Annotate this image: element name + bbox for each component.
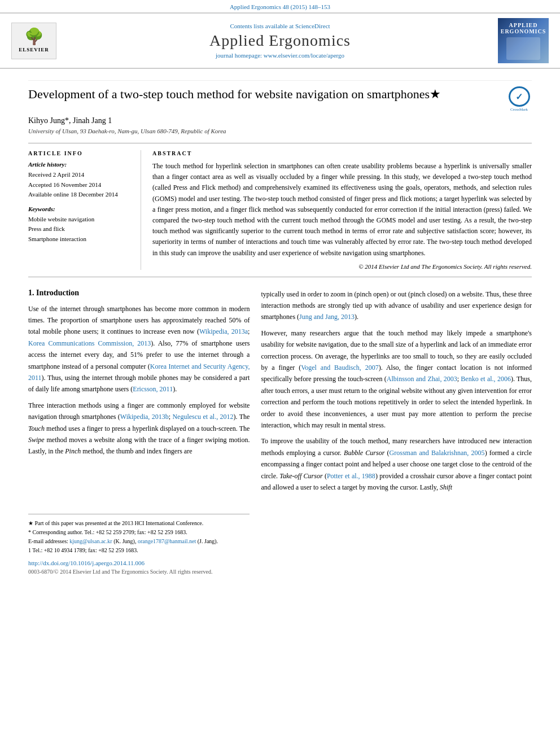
crossmark-badge: ✓ CrossMark — [506, 86, 532, 112]
footnote-1: 1 Tel.: +82 10 4934 1789; fax: +82 52 25… — [28, 546, 250, 555]
homepage-prefix: journal homepage: — [216, 52, 264, 59]
link-korea-comm[interactable]: Korea Communications Commission, 2013 — [28, 339, 151, 347]
abstract-heading: ABSTRACT — [152, 150, 532, 156]
link-korea-internet[interactable]: Korea Internet and Security Agency, 2011 — [28, 362, 250, 382]
issn-text: 0003-6870/© 2014 Elsevier Ltd and The Er… — [28, 569, 250, 575]
contents-available-text: Contents lists available at — [230, 23, 295, 29]
doi-link: http://dx.doi.org/10.1016/j.apergo.2014.… — [28, 560, 250, 566]
link-jung-jang[interactable]: Jung and Jang, 2013 — [299, 313, 355, 321]
email-label: E-mail addresses: — [28, 538, 68, 544]
abstract-text: The touch method for hyperlink selection… — [152, 161, 532, 259]
link-negulescu[interactable]: Negulescu et al., 2012 — [172, 413, 233, 421]
email-jung-name: (K. Jung), — [113, 538, 138, 544]
intro-heading: 1. Introduction — [28, 289, 250, 298]
link-wikipedia-2013b[interactable]: Wikipedia, 2013b — [120, 413, 169, 421]
footnote-divider — [28, 514, 250, 514]
journal-reference-bar: Applied Ergonomics 48 (2015) 148–153 — [0, 0, 560, 12]
elsevier-logo-area: 🌳 ELSEVIER — [11, 23, 85, 59]
journal-cover-area: APPLIED ERGONOMICS — [475, 18, 549, 63]
affiliation-text: University of Ulsan, 93 Daehak-ro, Nam-g… — [28, 128, 532, 134]
authors-text: Kihyo Jung*, Jinah Jang 1 — [28, 116, 112, 125]
received-date: Received 2 April 2014 — [28, 170, 132, 180]
available-date: Available online 18 December 2014 — [28, 190, 132, 200]
sciencedirect-link[interactable]: ScienceDirect — [295, 23, 330, 29]
keyword-3: Smartphone interaction — [28, 234, 132, 244]
keyword-1: Mobile website navigation — [28, 215, 132, 225]
elsevier-tree-icon: 🌳 — [24, 29, 44, 45]
cover-line1: APPLIED — [509, 22, 538, 28]
homepage-link[interactable]: www.elsevier.com/locate/apergo — [264, 52, 344, 59]
abstract-copyright: © 2014 Elsevier Ltd and The Ergonomics S… — [152, 263, 532, 270]
link-wikipedia-2013a[interactable]: Wikipedia, 2013a — [199, 327, 248, 335]
article-container: Development of a two-step touch method f… — [0, 69, 560, 586]
link-vogel[interactable]: Vogel and Baudisch, 2007 — [301, 364, 379, 372]
abstract-column: ABSTRACT The touch method for hyperlink … — [152, 150, 532, 270]
article-title-section: Development of a two-step touch method f… — [28, 80, 532, 112]
journal-title: Applied Ergonomics — [90, 32, 470, 50]
article-title: Development of a two-step touch method f… — [28, 86, 501, 103]
footnote-corresponding: * Corresponding author. Tel.: +82 52 259… — [28, 528, 250, 537]
journal-homepage: journal homepage: www.elsevier.com/locat… — [90, 52, 470, 59]
cover-line2: ERGONOMICS — [501, 28, 546, 34]
email-jung[interactable]: kjung@ulsan.ac.kr — [69, 538, 112, 544]
link-ericsson[interactable]: Ericsson, 2011 — [133, 385, 173, 393]
keyword-2: Press and flick — [28, 224, 132, 234]
keywords-label: Keywords: — [28, 206, 132, 212]
email-jang-name: (J. Jang). — [198, 538, 218, 544]
right-para-1: typically used in order to zoom in (pinc… — [261, 289, 532, 323]
right-para-3: To improve the usability of the touch me… — [261, 435, 532, 493]
footnote-email: E-mail addresses: kjung@ulsan.ac.kr (K. … — [28, 537, 250, 546]
email-jang[interactable]: orange1787@hanmail.net — [138, 538, 196, 544]
journal-header-center: Contents lists available at ScienceDirec… — [90, 23, 470, 59]
article-info-abstract-section: ARTICLE INFO Article history: Received 2… — [28, 143, 532, 277]
left-column: 1. Introduction Use of the internet thro… — [28, 289, 250, 575]
accepted-date: Accepted 16 November 2014 — [28, 180, 132, 190]
article-history-label: Article history: — [28, 161, 132, 168]
link-potter[interactable]: Potter et al., 1988 — [327, 472, 375, 480]
journal-header: 🌳 ELSEVIER Contents lists available at S… — [0, 12, 560, 69]
article-info-column: ARTICLE INFO Article history: Received 2… — [28, 150, 141, 270]
link-albinsson[interactable]: Albinsson and Zhai, 2003 — [387, 375, 457, 383]
article-info-heading: ARTICLE INFO — [28, 150, 132, 156]
intro-para-1: Use of the internet through smartphones … — [28, 303, 250, 395]
elsevier-logo: 🌳 ELSEVIER — [11, 23, 56, 59]
authors-line: Kihyo Jung*, Jinah Jang 1 — [28, 116, 532, 125]
journal-cover-image: APPLIED ERGONOMICS — [498, 18, 549, 63]
elsevier-logo-image: 🌳 ELSEVIER — [11, 23, 56, 59]
crossmark-label: CrossMark — [510, 107, 528, 112]
right-para-2: However, many researchers argue that the… — [261, 327, 532, 431]
crossmark-icon: ✓ — [509, 86, 530, 107]
link-benko[interactable]: Benko et al., 2006 — [461, 375, 511, 383]
intro-para-2: Three interaction methods using a finger… — [28, 400, 250, 457]
footnote-star: ★ Part of this paper was presented at th… — [28, 519, 250, 528]
main-content: 1. Introduction Use of the internet thro… — [28, 289, 532, 575]
journal-reference-text: Applied Ergonomics 48 (2015) 148–153 — [230, 3, 330, 10]
elsevier-label: ELSEVIER — [19, 47, 49, 53]
cover-decoration — [506, 37, 540, 60]
right-column: typically used in order to zoom in (pinc… — [261, 289, 532, 575]
sciencedirect-line: Contents lists available at ScienceDirec… — [90, 23, 470, 29]
doi-anchor[interactable]: http://dx.doi.org/10.1016/j.apergo.2014.… — [28, 560, 145, 566]
link-grossman[interactable]: Grossman and Balakrishnan, 2005 — [390, 449, 485, 457]
